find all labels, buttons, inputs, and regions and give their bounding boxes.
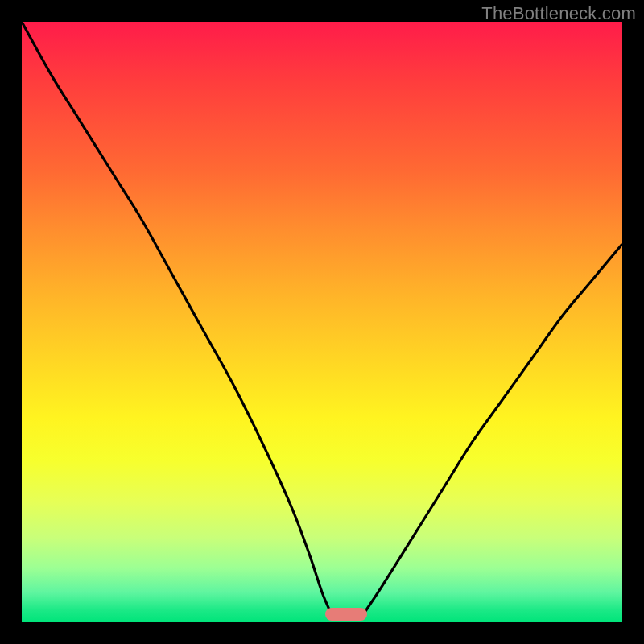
chart-frame: TheBottleneck.com [0, 0, 644, 644]
curve-left-branch [22, 22, 331, 613]
bottleneck-curve [22, 22, 622, 622]
plot-area [22, 22, 622, 622]
curve-right-branch [364, 244, 622, 613]
optimum-marker [325, 608, 367, 621]
watermark-text: TheBottleneck.com [481, 3, 636, 24]
